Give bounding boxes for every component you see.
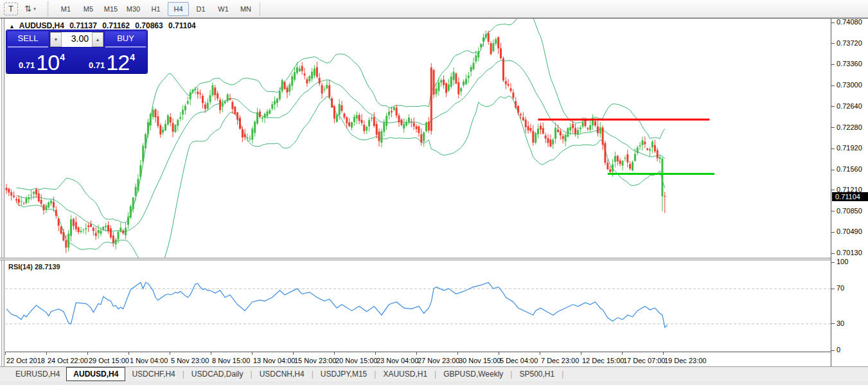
buy-price-point: 4 — [130, 52, 135, 62]
date-axis-label: 17 Dec 07:00 — [623, 357, 665, 364]
price-axis-label: 0.70130 — [837, 249, 862, 256]
chart-tab-usdcad[interactable]: USDCAD,Daily — [185, 368, 250, 381]
rsi-axis-tick — [831, 289, 835, 289]
price-axis-tick — [831, 170, 835, 170]
date-axis-tick — [252, 352, 252, 355]
chart-tab-xauusd[interactable]: XAUUSD,H1 — [376, 368, 434, 381]
price-axis-label: 0.70850 — [837, 207, 862, 215]
date-axis-label: 30 Nov 15:00 — [459, 357, 500, 364]
lot-decrease-button[interactable]: ▼ — [50, 32, 62, 47]
date-axis-label: 15 Nov 23:00 — [294, 357, 336, 364]
chart-tab-sp500[interactable]: SP500,H1 — [513, 368, 561, 381]
date-axis-tick — [170, 352, 170, 355]
date-axis-label: 23 Nov 04:00 — [376, 357, 418, 364]
rsi-level-label: 30 — [837, 319, 844, 327]
chart-tab-audusd[interactable]: AUDUSD,H4 — [66, 367, 125, 381]
mt4-window: T ⇅ ▾ M1M5M15M30H1H4D1W1MN ▲ AUDUSD,H4 0… — [0, 0, 868, 385]
price-axis-tick — [831, 190, 835, 190]
timeframe-button-m15[interactable]: M15 — [100, 2, 121, 16]
lot-size-field[interactable]: 3.00 — [62, 32, 92, 47]
date-axis-tick — [211, 352, 211, 355]
chart-tab-gbpusd[interactable]: GBPUSD,Weekly — [437, 368, 509, 381]
one-click-trading-panel: SELL ▼ 3.00 ▲ BUY 0.71 10 4 — [6, 30, 147, 73]
price-axis-tick — [831, 22, 835, 23]
price-axis[interactable]: 0.740800.737200.733600.730000.726400.722… — [831, 19, 868, 366]
chart-tab-usdjpy[interactable]: USDJPY,M15 — [314, 368, 373, 381]
price-axis-label: 0.71560 — [837, 165, 862, 173]
dropdown-caret-icon: ▾ — [33, 6, 36, 12]
price-axis-tick — [831, 253, 835, 254]
date-axis-tick — [46, 352, 47, 355]
ohlc-high: 0.71162 — [102, 21, 130, 30]
price-axis-tick — [831, 211, 835, 211]
ohlc-open: 0.71137 — [69, 21, 97, 30]
date-axis-tick — [540, 352, 540, 355]
timeframe-button-w1[interactable]: W1 — [213, 2, 234, 16]
chart-tab-eurusd[interactable]: EURUSD,H4 — [9, 368, 66, 381]
sell-price-display[interactable]: 0.71 10 4 — [8, 49, 76, 73]
chart-window: ▲ AUDUSD,H4 0.71137 0.71162 0.70863 0.71… — [0, 18, 868, 385]
timeframe-button-m5[interactable]: M5 — [78, 2, 99, 16]
price-axis-tick — [831, 43, 835, 44]
tab-separator: | — [561, 370, 564, 379]
current-price-tag: 0.71104 — [832, 192, 868, 201]
date-axis-tick — [622, 352, 623, 355]
lot-increase-button[interactable]: ▲ — [92, 32, 103, 47]
date-axis-tick — [128, 352, 129, 355]
sell-button[interactable]: SELL — [8, 31, 48, 48]
status-strip — [0, 381, 868, 385]
price-axis-tick — [831, 85, 835, 86]
price-axis-label: 0.74080 — [837, 18, 862, 26]
date-axis-tick — [375, 352, 376, 355]
price-axis-tick — [831, 106, 835, 107]
timeframe-button-m30[interactable]: M30 — [123, 2, 144, 16]
arrows-icon: ⇅ — [24, 4, 31, 13]
date-axis-label: 29 Oct 15:00 — [89, 357, 129, 364]
rsi-canvas[interactable] — [5, 260, 831, 352]
toolbar-grip-handle[interactable] — [47, 2, 51, 16]
date-axis-tick — [499, 352, 499, 355]
collapse-icon: ▲ — [9, 23, 15, 30]
window-left-edge — [1, 19, 4, 381]
chart-tab-bar: EURUSD,H4AUDUSD,H4USDCHF,H4|USDCAD,Daily… — [0, 366, 868, 381]
sell-price-pips: 10 — [36, 51, 59, 73]
date-axis-label: 5 Dec 04:00 — [500, 357, 538, 364]
date-axis-tick — [663, 352, 664, 355]
timeframe-button-m1[interactable]: M1 — [55, 2, 76, 16]
text-label-tool-button[interactable]: T — [4, 3, 18, 15]
sell-price-base: 0.71 — [19, 60, 35, 70]
chart-tab-usdchf[interactable]: USDCHF,H4 — [125, 368, 181, 381]
timeframe-button-h4[interactable]: H4 — [168, 2, 189, 16]
rsi-axis-tick — [831, 323, 835, 324]
ohlc-low: 0.70863 — [135, 21, 163, 30]
top-toolbar: T ⇅ ▾ M1M5M15M30H1H4D1W1MN — [0, 0, 868, 18]
buy-price-base: 0.71 — [89, 60, 105, 70]
price-axis-label: 0.71920 — [837, 144, 862, 152]
date-axis-tick — [5, 352, 6, 355]
price-axis-label: 0.70490 — [837, 228, 862, 235]
arrows-tool-button[interactable]: ⇅ ▾ — [19, 2, 41, 16]
rsi-level-label: 100 — [837, 258, 848, 265]
timeframe-button-h1[interactable]: H1 — [145, 2, 166, 16]
date-axis-tick — [416, 352, 417, 355]
price-axis-label: 0.73000 — [837, 81, 862, 89]
chart-tab-usdcnh[interactable]: USDCNH,H4 — [253, 368, 311, 381]
date-axis-label: 22 Oct 2018 — [6, 357, 45, 364]
date-axis-label: 20 Nov 15:00 — [335, 357, 377, 364]
date-axis-tick — [293, 352, 294, 355]
date-axis-tick — [87, 352, 88, 355]
date-axis-tick — [581, 352, 581, 355]
date-axis-label: 27 Nov 23:00 — [418, 357, 459, 364]
price-axis-label: 0.72640 — [837, 102, 862, 110]
ohlc-header: ▲ AUDUSD,H4 0.71137 0.71162 0.70863 0.71… — [9, 21, 199, 30]
date-axis-label: 5 Nov 23:00 — [171, 357, 209, 364]
buy-button[interactable]: BUY — [105, 31, 146, 48]
buy-price-display[interactable]: 0.71 12 4 — [78, 49, 146, 73]
date-axis[interactable]: 22 Oct 201824 Oct 22:0029 Oct 15:001 Nov… — [5, 352, 831, 366]
price-axis-tick — [831, 148, 835, 149]
timeframe-button-d1[interactable]: D1 — [190, 2, 211, 16]
spin-down-icon: ▼ — [54, 37, 58, 42]
price-axis-label: 0.73720 — [837, 39, 862, 47]
timeframe-button-mn[interactable]: MN — [235, 2, 256, 16]
rsi-level-label: 70 — [837, 284, 844, 292]
